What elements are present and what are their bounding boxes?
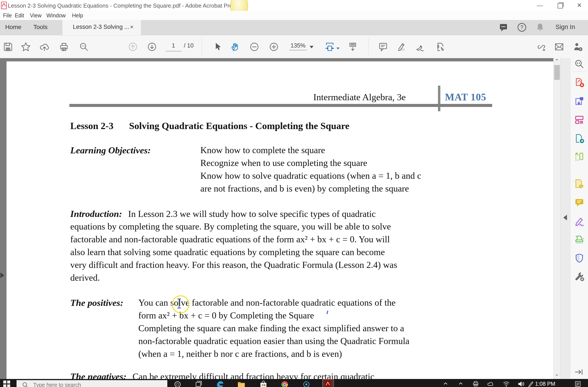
network-icon[interactable] [503, 380, 511, 387]
select-tool-icon[interactable] [212, 42, 222, 52]
lesson-number: Lesson 2-3 [70, 121, 113, 131]
protect-icon[interactable] [574, 253, 585, 263]
review-icon[interactable] [574, 179, 585, 189]
task-view-icon[interactable] [194, 380, 203, 387]
sign-in-button[interactable]: Sign In [555, 23, 575, 31]
taskbar-clock[interactable]: 1:08 PM [535, 381, 555, 387]
fit-width-icon[interactable] [325, 42, 335, 52]
export-pdf-icon[interactable] [574, 96, 585, 106]
tray-printer-icon[interactable] [472, 380, 481, 387]
email-icon[interactable] [554, 42, 565, 52]
page-number-input[interactable] [166, 40, 182, 51]
print-icon[interactable] [59, 42, 69, 52]
tab-tools[interactable]: Tools [33, 24, 47, 31]
pdf-page[interactable]: Intermediate Algebra, 3e MAT 105 Lesson … [6, 61, 553, 379]
file-explorer-icon[interactable] [237, 380, 246, 387]
media-app-icon[interactable] [302, 380, 311, 387]
store-icon[interactable] [259, 380, 268, 387]
collapse-rail-icon[interactable] [574, 367, 585, 378]
fit-dropdown-icon[interactable] [336, 47, 339, 49]
share-link-icon[interactable] [536, 42, 547, 52]
menu-edit[interactable]: Edit [13, 12, 25, 19]
notifications-icon[interactable] [574, 380, 583, 387]
more-tools-icon[interactable] [574, 271, 585, 281]
zoom-out-icon[interactable] [249, 42, 260, 52]
scroll-up-icon[interactable]: ⌃ [555, 58, 559, 64]
negatives-label: The negatives: [70, 371, 126, 379]
comment-icon[interactable] [574, 197, 585, 208]
objectives-label: Learning Objectives: [70, 145, 151, 155]
scan-ocr-icon[interactable] [574, 234, 585, 245]
objectives-list: Know how to complete the square Recogniz… [200, 145, 421, 196]
introduction-label: Introduction: [70, 209, 122, 219]
scrollbar-thumb[interactable] [554, 65, 560, 80]
minimize-button[interactable]: — [535, 1, 545, 10]
text-cursor [179, 299, 180, 308]
menu-file[interactable]: File [2, 12, 13, 19]
cloud-upload-icon[interactable] [40, 42, 50, 52]
send-signature-icon[interactable] [573, 42, 583, 52]
scroll-mode-icon[interactable] [348, 42, 358, 52]
positives-label: The positives: [70, 297, 123, 308]
taskbar-search-input[interactable] [33, 382, 155, 387]
scroll-down-icon[interactable]: ⌄ [555, 371, 559, 377]
menu-window[interactable]: Window [45, 12, 67, 19]
expand-left-panel-icon[interactable] [0, 273, 4, 278]
tab-document[interactable]: Lesson 2-3 Solving ... × [63, 20, 141, 35]
acrobat-file-icon [1, 2, 7, 9]
start-icon[interactable] [3, 380, 12, 387]
page-up-icon[interactable] [128, 42, 138, 52]
search-pages-icon[interactable] [574, 59, 585, 69]
main-toolbar: / 10 135% [0, 35, 588, 59]
highlighter-icon[interactable] [396, 42, 406, 52]
introduction-paragraph: Introduction:In Lesson 2.3 we will study… [70, 209, 397, 285]
tray-expand2-icon[interactable] [458, 380, 466, 387]
sign-pen-icon[interactable] [415, 42, 425, 52]
help-icon[interactable]: ? [517, 22, 527, 32]
page-total-label: / 10 [184, 42, 194, 49]
crop-pages-icon[interactable] [574, 151, 585, 162]
lesson-title: Solving Quadratic Equations - Completing… [129, 121, 349, 131]
onedrive-icon[interactable] [487, 380, 496, 387]
comment-note-icon[interactable] [378, 42, 389, 52]
menu-view[interactable]: View [29, 12, 43, 19]
page-down-icon[interactable] [147, 42, 157, 52]
bell-icon[interactable] [535, 22, 545, 32]
title-bar: Lesson 2-3 Solving Quadratic Equations -… [0, 0, 588, 11]
pen-icon[interactable] [527, 380, 536, 387]
create-pdf-icon[interactable] [574, 77, 585, 88]
window-title: Lesson 2-3 Solving Quadratic Equations -… [8, 2, 242, 9]
chrome-icon[interactable] [281, 380, 289, 387]
search-icon[interactable] [79, 42, 89, 52]
organize-pages-icon[interactable] [574, 114, 585, 125]
fill-sign-pen-icon[interactable] [574, 216, 585, 226]
fill-sign-icon[interactable] [435, 42, 446, 52]
acrobat-taskbar-highlight[interactable] [322, 379, 334, 387]
volume-icon[interactable] [517, 380, 526, 387]
click-indicator-ring [172, 295, 189, 313]
negatives-line: The negatives:Can be extremely difficult… [70, 371, 374, 379]
zoom-in-icon[interactable] [269, 42, 279, 52]
save-icon[interactable] [3, 42, 13, 52]
tray-expand-icon[interactable] [442, 380, 451, 387]
comments-icon[interactable] [499, 22, 509, 32]
star-favorite-icon[interactable] [21, 42, 31, 52]
header-rule [69, 104, 492, 107]
collapse-tools-panel-icon[interactable] [563, 215, 567, 220]
hand-tool-icon[interactable] [230, 42, 241, 52]
tab-home[interactable]: Home [5, 24, 21, 31]
zoom-dropdown-icon[interactable] [310, 46, 314, 48]
tools-rail [570, 58, 588, 379]
document-canvas: Intermediate Algebra, 3e MAT 105 Lesson … [0, 58, 553, 379]
edge-icon[interactable] [216, 380, 225, 387]
cortana-icon[interactable] [173, 380, 182, 387]
vertical-scrollbar[interactable]: ⌃ ⌄ [553, 58, 561, 379]
zoom-level-value[interactable]: 135% [289, 42, 307, 50]
send-pdf-icon[interactable] [574, 133, 585, 144]
doc-header-book: Intermediate Algebra, 3e [313, 92, 406, 102]
taskbar-search[interactable] [17, 380, 167, 387]
menu-help[interactable]: Help [71, 12, 84, 19]
close-button[interactable]: ✕ [575, 1, 584, 10]
maximize-button[interactable] [555, 1, 565, 10]
tab-close-icon[interactable]: × [130, 24, 133, 30]
